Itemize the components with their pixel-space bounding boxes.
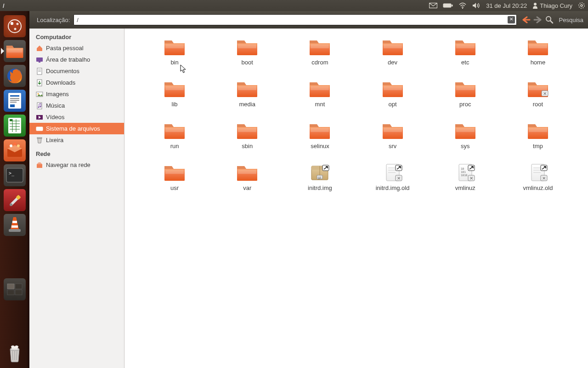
- search-label: Pesquisa: [559, 17, 583, 23]
- folder-icon: [236, 38, 258, 56]
- launcher-writer[interactable]: [4, 90, 26, 112]
- launcher: >_: [0, 11, 29, 368]
- sidebar-item-docs[interactable]: Documentos: [29, 65, 124, 77]
- file-item[interactable]: dev: [356, 38, 429, 66]
- sidebar-heading-computer: Computador: [29, 31, 124, 42]
- svg-point-29: [10, 144, 12, 147]
- session-indicator[interactable]: [575, 2, 588, 9]
- sound-indicator[interactable]: [469, 2, 483, 9]
- videos-icon: [36, 114, 43, 121]
- file-item[interactable]: ✕ vmlinuz.old: [502, 163, 574, 191]
- svg-rect-18: [10, 102, 17, 103]
- sidebar-item-label: Lixeira: [46, 137, 63, 144]
- clear-location-icon[interactable]: ✕: [508, 16, 515, 23]
- sidebar-item-trash[interactable]: Lixeira: [29, 134, 124, 146]
- launcher-vlc[interactable]: [4, 214, 26, 236]
- launcher-workspace[interactable]: [4, 278, 26, 300]
- svg-rect-12: [7, 49, 22, 52]
- file-item[interactable]: etc: [429, 38, 502, 66]
- location-input[interactable]: [74, 14, 516, 25]
- svg-rect-52: [39, 62, 40, 63]
- file-item[interactable]: lib: [138, 80, 211, 108]
- svg-rect-97: [311, 128, 329, 132]
- sidebar-item-label: Documentos: [46, 68, 79, 75]
- svg-rect-39: [7, 284, 14, 289]
- file-item[interactable]: sbin: [211, 121, 283, 150]
- svg-rect-36: [12, 221, 17, 223]
- window-title: /: [0, 2, 5, 9]
- folder-icon: [309, 80, 331, 98]
- svg-text:101: 101: [461, 170, 466, 173]
- location-label: Localização:: [37, 17, 70, 23]
- file-name: initrd.img.old: [376, 184, 410, 191]
- sidebar-item-desktop[interactable]: Área de trabalho: [29, 54, 124, 65]
- sidebar-item-home[interactable]: Pasta pessoal: [29, 42, 124, 54]
- file-item[interactable]: mnt: [283, 80, 356, 108]
- file-item[interactable]: proc: [429, 80, 502, 108]
- clock-indicator[interactable]: 31 de Jul 20:22: [483, 2, 530, 9]
- svg-rect-77: [529, 44, 547, 48]
- launcher-software[interactable]: [4, 139, 26, 161]
- file-item[interactable]: sys: [429, 121, 502, 150]
- svg-rect-19: [10, 104, 15, 107]
- svg-rect-81: [238, 86, 256, 90]
- sidebar-item-images[interactable]: Imagens: [29, 88, 124, 100]
- sidebar-item-music[interactable]: Música: [29, 100, 124, 111]
- svg-text:gz: gz: [318, 176, 322, 179]
- file-name: vmlinuz: [455, 184, 475, 191]
- icon-view[interactable]: bin boot cdrom dev etc home lib media: [124, 29, 588, 368]
- file-item[interactable]: usr: [138, 163, 211, 191]
- file-item[interactable]: ✕ initrd.img.old: [356, 163, 429, 191]
- images-icon: [36, 91, 43, 98]
- sidebar-item-disk[interactable]: Sistema de arquivos: [29, 123, 124, 134]
- launcher-terminal[interactable]: >_: [4, 164, 26, 186]
- svg-rect-42: [15, 290, 22, 295]
- svg-line-50: [550, 21, 553, 23]
- file-item[interactable]: tmp: [502, 121, 574, 150]
- file-item[interactable]: srv: [356, 121, 429, 150]
- file-item[interactable]: run: [138, 121, 211, 150]
- sidebar-item-label: Pasta pessoal: [46, 45, 84, 52]
- file-item[interactable]: ✕ root: [502, 80, 574, 108]
- svg-text:✕: ✕: [397, 176, 401, 181]
- launcher-settings[interactable]: [4, 189, 26, 211]
- mail-indicator[interactable]: [426, 3, 440, 8]
- file-item[interactable]: var: [211, 163, 283, 191]
- svg-rect-105: [165, 170, 184, 174]
- svg-point-6: [581, 5, 582, 6]
- launcher-firefox[interactable]: [4, 65, 26, 87]
- folder-icon: [454, 38, 476, 56]
- launcher-files[interactable]: [4, 40, 26, 62]
- svg-rect-73: [384, 44, 402, 48]
- file-item[interactable]: opt: [356, 80, 429, 108]
- file-name: var: [243, 184, 251, 191]
- battery-indicator[interactable]: [440, 3, 456, 8]
- svg-rect-15: [10, 95, 19, 97]
- svg-point-35: [10, 203, 12, 206]
- sidebar-item-downloads[interactable]: Downloads: [29, 77, 124, 88]
- nav-forward-button[interactable]: [533, 16, 543, 23]
- sidebar-item-network[interactable]: Navegar na rede: [29, 159, 124, 171]
- svg-point-10: [14, 28, 17, 30]
- svg-rect-85: [384, 86, 402, 90]
- nav-back-button[interactable]: [521, 16, 531, 23]
- file-item[interactable]: home: [502, 38, 574, 66]
- file-item[interactable]: cdrom: [283, 38, 356, 66]
- file-item[interactable]: gz initrd.img: [283, 163, 356, 191]
- file-item[interactable]: bin: [138, 38, 211, 66]
- user-menu[interactable]: Thiago Cury: [530, 2, 575, 9]
- file-item[interactable]: selinux: [283, 121, 356, 150]
- svg-rect-67: [165, 44, 184, 48]
- sidebar-item-videos[interactable]: Vídeos: [29, 111, 124, 123]
- file-item[interactable]: media: [211, 80, 283, 108]
- network-indicator[interactable]: [456, 2, 469, 9]
- file-item[interactable]: boot: [211, 38, 283, 66]
- launcher-trash[interactable]: [4, 342, 26, 364]
- search-button[interactable]: [545, 16, 554, 24]
- svg-rect-51: [36, 58, 43, 62]
- file-name: lib: [172, 101, 178, 108]
- launcher-dash[interactable]: [4, 15, 26, 37]
- file-item[interactable]: 10 101 1010 ✕ vmlinuz: [429, 163, 502, 191]
- launcher-calc[interactable]: [4, 115, 26, 137]
- svg-rect-87: [456, 86, 475, 90]
